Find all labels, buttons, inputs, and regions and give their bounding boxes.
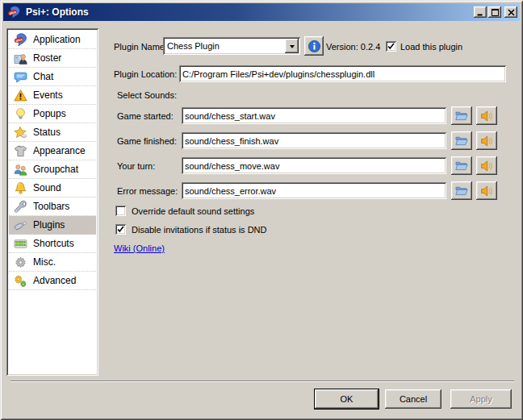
your-turn-input[interactable] [182, 157, 446, 174]
sidebar-item-advanced[interactable]: Advanced [9, 272, 96, 290]
wrench-icon [14, 200, 27, 214]
load-plugin-checkbox[interactable] [386, 41, 396, 52]
browse-error-message-button[interactable] [451, 181, 472, 200]
bell-icon [14, 181, 27, 195]
sidebar-item-label: Groupchat [33, 164, 78, 175]
sidebar-item-appearance[interactable]: Appearance [9, 142, 96, 160]
game-finished-input[interactable] [182, 132, 446, 149]
game-finished-label: Game finished: [117, 136, 177, 146]
sidebar-item-label: Application [33, 34, 81, 45]
apply-button[interactable]: Apply [450, 389, 512, 409]
check-icon [116, 225, 125, 234]
sidebar-item-roster[interactable]: Roster [9, 49, 96, 68]
maximize-icon [492, 9, 499, 16]
load-plugin-label: Load this plugin [400, 42, 462, 52]
sidebar-item-label: Appearance [33, 145, 86, 156]
maximize-button[interactable] [488, 6, 501, 18]
check-icon [387, 42, 395, 51]
play-error-message-button[interactable] [476, 181, 497, 200]
sidebar-item-label: Popups [33, 108, 66, 119]
chat-icon [14, 70, 27, 84]
game-started-label: Game started: [117, 111, 174, 121]
play-game-finished-button[interactable] [476, 131, 497, 150]
sidebar-item-label: Events [33, 89, 63, 101]
options-dialog: plus Psi+: Options plus Application [0, 0, 523, 420]
sidebar-item-status[interactable]: Status [9, 123, 96, 142]
plugin-location-input[interactable] [179, 65, 506, 82]
tshirt-icon [14, 144, 27, 158]
sidebar-item-sound[interactable]: Sound [9, 179, 96, 198]
speaker-icon [479, 160, 494, 173]
sidebar-item-misc[interactable]: Misc. [9, 253, 96, 272]
override-sound-checkbox[interactable] [115, 206, 126, 216]
error-message-input[interactable] [182, 182, 446, 199]
sidebar-item-chat[interactable]: Chat [9, 68, 96, 86]
sidebar-item-events[interactable]: Events [9, 86, 96, 105]
plugin-version-text: Version: 0.2.4 [326, 42, 380, 52]
sidebar-item-plugins[interactable]: Plugins [9, 216, 96, 235]
sidebar-item-application[interactable]: plus Application [9, 31, 96, 49]
sidebar-item-label: Plugins [33, 219, 65, 231]
sidebar-item-shortcuts[interactable]: Shortcuts [9, 235, 96, 253]
override-sound-label: Override default sound settings [132, 206, 254, 216]
sidebar-item-label: Status [33, 127, 61, 138]
open-folder-icon [454, 135, 469, 148]
sidebar-item-toolbars[interactable]: Toolbars [9, 198, 96, 216]
chevron-down-icon [290, 45, 295, 51]
dnd-invitations-checkbox[interactable] [115, 224, 126, 235]
sidebar-item-label: Sound [33, 182, 61, 193]
close-icon [508, 9, 515, 16]
play-game-started-button[interactable] [476, 106, 497, 125]
psi-plus-icon: plus [7, 6, 21, 19]
cancel-button[interactable]: Cancel [385, 389, 441, 409]
gears-icon [14, 274, 27, 288]
sidebar-item-label: Roster [33, 52, 61, 64]
minimize-button[interactable] [474, 6, 487, 18]
psi-plus-icon: plus [14, 33, 27, 47]
plugin-location-label: Plugin Location: [114, 69, 177, 79]
plugin-name-value: Chess Plugin [163, 41, 285, 51]
open-folder-icon [454, 110, 469, 123]
group-icon [14, 163, 27, 177]
footer-divider [10, 380, 514, 382]
plugin-name-label: Plugin Name: [114, 42, 167, 52]
window-title: Psi+: Options [26, 6, 472, 18]
options-category-list: plus Application Roster Chat [6, 28, 98, 376]
browse-your-turn-button[interactable] [451, 156, 472, 175]
keyboard-icon [14, 237, 27, 251]
game-started-input[interactable] [182, 107, 446, 124]
plug-icon [14, 218, 27, 232]
open-folder-icon [454, 160, 469, 173]
select-sounds-label: Select Sounds: [117, 90, 177, 100]
your-turn-label: Your turn: [117, 161, 155, 171]
lightbulb-icon [14, 107, 27, 121]
ok-button[interactable]: OK [315, 389, 379, 409]
roster-icon [14, 52, 27, 65]
sidebar-item-groupchat[interactable]: Groupchat [9, 160, 96, 179]
sidebar-item-label: Chat [33, 71, 53, 82]
plugin-name-select[interactable]: Chess Plugin [163, 37, 300, 55]
browse-game-finished-button[interactable] [451, 131, 472, 150]
speaker-icon [479, 110, 494, 123]
sidebar-item-label: Misc. [33, 256, 56, 268]
dnd-invitations-label: Disable invitations if status is DND [132, 225, 267, 235]
sidebar-item-popups[interactable]: Popups [9, 105, 96, 123]
play-your-turn-button[interactable] [476, 156, 497, 175]
error-message-label: Error message: [117, 186, 178, 196]
gear-icon [14, 256, 27, 269]
plugin-info-button[interactable] [304, 36, 324, 56]
speaker-icon [479, 135, 494, 148]
warning-icon [14, 89, 27, 102]
speaker-icon [479, 185, 494, 198]
sidebar-item-label: Toolbars [33, 201, 69, 212]
star-icon [14, 126, 27, 139]
open-folder-icon [454, 185, 469, 198]
titlebar[interactable]: plus Psi+: Options [3, 3, 520, 21]
close-button[interactable] [504, 6, 517, 18]
browse-game-started-button[interactable] [451, 106, 472, 125]
sidebar-item-label: Advanced [33, 275, 76, 286]
dropdown-button[interactable] [285, 39, 299, 53]
info-icon [308, 40, 321, 53]
minimize-icon [477, 9, 484, 16]
wiki-online-link[interactable]: Wiki (Online) [114, 243, 165, 253]
